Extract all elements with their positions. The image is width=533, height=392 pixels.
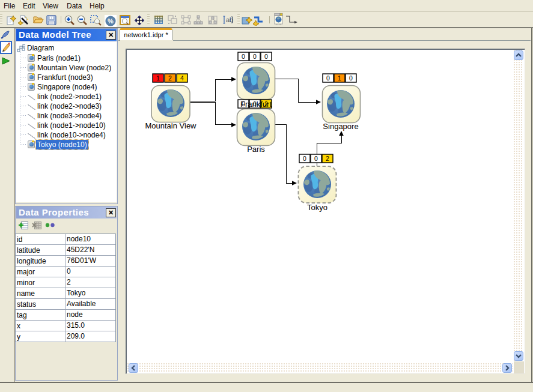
svg-text:0: 0 xyxy=(303,155,306,162)
svg-text:Mountain View: Mountain View xyxy=(145,121,196,130)
svg-text:Paris: Paris xyxy=(247,145,265,154)
svg-text:0: 0 xyxy=(253,53,257,60)
svg-text:0: 0 xyxy=(314,155,318,162)
svg-text:0: 0 xyxy=(242,53,245,60)
svg-text:Singapore: Singapore xyxy=(323,122,358,131)
svg-text:4: 4 xyxy=(180,74,184,82)
svg-text:1: 1 xyxy=(156,74,160,82)
svg-text:0: 0 xyxy=(264,53,268,60)
svg-text:%: % xyxy=(108,17,114,25)
svg-text:1: 1 xyxy=(338,74,341,82)
svg-text:0: 0 xyxy=(349,74,353,82)
svg-text:0: 0 xyxy=(326,74,330,82)
svg-text:2: 2 xyxy=(168,74,172,82)
svg-text:2: 2 xyxy=(326,155,329,162)
svg-text:Frankfurt: Frankfurt xyxy=(240,100,272,109)
svg-text:Tokyo: Tokyo xyxy=(307,203,327,212)
